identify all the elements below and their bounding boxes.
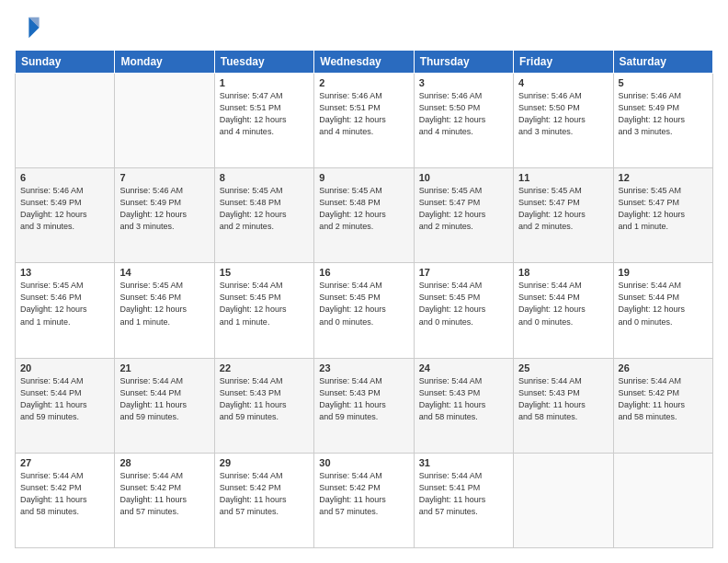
weekday-header: Friday (514, 51, 613, 74)
logo (15, 15, 44, 40)
calendar-cell: 15Sunrise: 5:44 AM Sunset: 5:45 PM Dayli… (214, 263, 313, 358)
day-info: Sunrise: 5:45 AM Sunset: 5:46 PM Dayligh… (20, 280, 109, 327)
day-info: Sunrise: 5:44 AM Sunset: 5:43 PM Dayligh… (220, 375, 309, 423)
day-number: 16 (319, 267, 408, 278)
calendar-cell: 23Sunrise: 5:44 AM Sunset: 5:43 PM Dayli… (314, 358, 414, 453)
calendar-cell: 31Sunrise: 5:44 AM Sunset: 5:41 PM Dayli… (414, 453, 513, 547)
day-number: 5 (619, 77, 708, 88)
calendar-cell: 10Sunrise: 5:45 AM Sunset: 5:47 PM Dayli… (414, 168, 513, 263)
day-info: Sunrise: 5:44 AM Sunset: 5:42 PM Dayligh… (119, 470, 209, 518)
day-number: 18 (518, 267, 608, 278)
calendar-cell: 30Sunrise: 5:44 AM Sunset: 5:42 PM Dayli… (314, 453, 414, 547)
day-info: Sunrise: 5:45 AM Sunset: 5:47 PM Dayligh… (419, 185, 508, 233)
weekday-header: Wednesday (314, 51, 414, 74)
day-number: 8 (220, 172, 309, 183)
day-info: Sunrise: 5:46 AM Sunset: 5:50 PM Dayligh… (518, 90, 608, 138)
day-number: 6 (20, 172, 109, 183)
day-info: Sunrise: 5:46 AM Sunset: 5:51 PM Dayligh… (319, 90, 408, 138)
calendar-cell (115, 74, 214, 168)
calendar-header-row: SundayMondayTuesdayWednesdayThursdayFrid… (16, 51, 713, 74)
day-number: 11 (518, 172, 608, 183)
day-number: 12 (619, 172, 708, 183)
calendar-cell: 7Sunrise: 5:46 AM Sunset: 5:49 PM Daylig… (115, 168, 214, 263)
day-info: Sunrise: 5:44 AM Sunset: 5:44 PM Dayligh… (20, 375, 109, 423)
calendar-cell: 3Sunrise: 5:46 AM Sunset: 5:50 PM Daylig… (414, 74, 513, 168)
day-number: 24 (419, 362, 508, 373)
day-info: Sunrise: 5:44 AM Sunset: 5:43 PM Dayligh… (518, 375, 608, 423)
day-number: 14 (119, 267, 209, 278)
day-info: Sunrise: 5:45 AM Sunset: 5:47 PM Dayligh… (619, 185, 708, 233)
day-info: Sunrise: 5:46 AM Sunset: 5:49 PM Dayligh… (619, 90, 708, 138)
day-info: Sunrise: 5:44 AM Sunset: 5:42 PM Dayligh… (319, 470, 408, 518)
day-info: Sunrise: 5:45 AM Sunset: 5:46 PM Dayligh… (119, 280, 209, 327)
day-info: Sunrise: 5:44 AM Sunset: 5:44 PM Dayligh… (518, 280, 608, 327)
weekday-header: Tuesday (214, 51, 313, 74)
day-number: 13 (20, 267, 109, 278)
day-number: 30 (319, 457, 408, 468)
calendar-cell: 22Sunrise: 5:44 AM Sunset: 5:43 PM Dayli… (214, 358, 313, 453)
day-number: 22 (220, 362, 309, 373)
day-number: 29 (220, 457, 309, 468)
page: SundayMondayTuesdayWednesdayThursdayFrid… (0, 0, 728, 563)
calendar-cell: 5Sunrise: 5:46 AM Sunset: 5:49 PM Daylig… (613, 74, 712, 168)
calendar-cell: 24Sunrise: 5:44 AM Sunset: 5:43 PM Dayli… (414, 358, 513, 453)
day-info: Sunrise: 5:44 AM Sunset: 5:43 PM Dayligh… (419, 375, 508, 423)
day-info: Sunrise: 5:46 AM Sunset: 5:50 PM Dayligh… (419, 90, 508, 138)
day-info: Sunrise: 5:44 AM Sunset: 5:45 PM Dayligh… (220, 280, 309, 327)
calendar-cell: 26Sunrise: 5:44 AM Sunset: 5:42 PM Dayli… (613, 358, 712, 453)
day-number: 10 (419, 172, 508, 183)
day-info: Sunrise: 5:47 AM Sunset: 5:51 PM Dayligh… (220, 90, 309, 138)
calendar-cell: 14Sunrise: 5:45 AM Sunset: 5:46 PM Dayli… (115, 263, 214, 358)
day-number: 26 (619, 362, 708, 373)
calendar-cell: 21Sunrise: 5:44 AM Sunset: 5:44 PM Dayli… (115, 358, 214, 453)
calendar-week-row: 27Sunrise: 5:44 AM Sunset: 5:42 PM Dayli… (16, 453, 713, 547)
calendar: SundayMondayTuesdayWednesdayThursdayFrid… (15, 50, 713, 548)
day-number: 31 (419, 457, 508, 468)
calendar-cell: 9Sunrise: 5:45 AM Sunset: 5:48 PM Daylig… (314, 168, 414, 263)
day-number: 7 (119, 172, 209, 183)
day-info: Sunrise: 5:45 AM Sunset: 5:47 PM Dayligh… (518, 185, 608, 233)
day-number: 2 (319, 77, 408, 88)
calendar-cell: 25Sunrise: 5:44 AM Sunset: 5:43 PM Dayli… (514, 358, 613, 453)
calendar-cell: 11Sunrise: 5:45 AM Sunset: 5:47 PM Dayli… (514, 168, 613, 263)
day-number: 4 (518, 77, 608, 88)
day-info: Sunrise: 5:44 AM Sunset: 5:42 PM Dayligh… (20, 470, 109, 518)
calendar-cell: 13Sunrise: 5:45 AM Sunset: 5:46 PM Dayli… (16, 263, 115, 358)
day-info: Sunrise: 5:46 AM Sunset: 5:49 PM Dayligh… (119, 185, 209, 233)
calendar-cell: 27Sunrise: 5:44 AM Sunset: 5:42 PM Dayli… (16, 453, 115, 547)
weekday-header: Saturday (613, 51, 712, 74)
day-number: 23 (319, 362, 408, 373)
day-info: Sunrise: 5:44 AM Sunset: 5:42 PM Dayligh… (619, 375, 708, 423)
day-info: Sunrise: 5:45 AM Sunset: 5:48 PM Dayligh… (220, 185, 309, 233)
day-info: Sunrise: 5:44 AM Sunset: 5:42 PM Dayligh… (220, 470, 309, 518)
day-info: Sunrise: 5:44 AM Sunset: 5:41 PM Dayligh… (419, 470, 508, 518)
day-number: 3 (419, 77, 508, 88)
logo-icon (15, 15, 40, 40)
day-number: 20 (20, 362, 109, 373)
calendar-week-row: 20Sunrise: 5:44 AM Sunset: 5:44 PM Dayli… (16, 358, 713, 453)
calendar-cell: 6Sunrise: 5:46 AM Sunset: 5:49 PM Daylig… (16, 168, 115, 263)
calendar-week-row: 1Sunrise: 5:47 AM Sunset: 5:51 PM Daylig… (16, 74, 713, 168)
calendar-cell: 18Sunrise: 5:44 AM Sunset: 5:44 PM Dayli… (514, 263, 613, 358)
day-number: 25 (518, 362, 608, 373)
calendar-cell (514, 453, 613, 547)
calendar-cell (613, 453, 712, 547)
calendar-cell: 29Sunrise: 5:44 AM Sunset: 5:42 PM Dayli… (214, 453, 313, 547)
day-info: Sunrise: 5:44 AM Sunset: 5:43 PM Dayligh… (319, 375, 408, 423)
weekday-header: Sunday (16, 51, 115, 74)
day-number: 9 (319, 172, 408, 183)
calendar-cell: 19Sunrise: 5:44 AM Sunset: 5:44 PM Dayli… (613, 263, 712, 358)
calendar-cell: 1Sunrise: 5:47 AM Sunset: 5:51 PM Daylig… (214, 74, 313, 168)
calendar-week-row: 13Sunrise: 5:45 AM Sunset: 5:46 PM Dayli… (16, 263, 713, 358)
calendar-cell: 8Sunrise: 5:45 AM Sunset: 5:48 PM Daylig… (214, 168, 313, 263)
calendar-cell: 17Sunrise: 5:44 AM Sunset: 5:45 PM Dayli… (414, 263, 513, 358)
calendar-cell (16, 74, 115, 168)
weekday-header: Monday (115, 51, 214, 74)
calendar-cell: 16Sunrise: 5:44 AM Sunset: 5:45 PM Dayli… (314, 263, 414, 358)
day-info: Sunrise: 5:44 AM Sunset: 5:44 PM Dayligh… (119, 375, 209, 423)
day-info: Sunrise: 5:45 AM Sunset: 5:48 PM Dayligh… (319, 185, 408, 233)
calendar-cell: 12Sunrise: 5:45 AM Sunset: 5:47 PM Dayli… (613, 168, 712, 263)
calendar-cell: 2Sunrise: 5:46 AM Sunset: 5:51 PM Daylig… (314, 74, 414, 168)
calendar-cell: 20Sunrise: 5:44 AM Sunset: 5:44 PM Dayli… (16, 358, 115, 453)
day-info: Sunrise: 5:44 AM Sunset: 5:45 PM Dayligh… (419, 280, 508, 327)
